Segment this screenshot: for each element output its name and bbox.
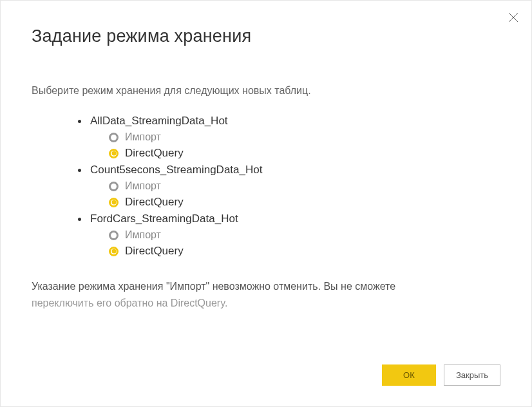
radio-selected-icon xyxy=(109,149,119,158)
option-label: Импорт xyxy=(125,131,161,143)
table-list: AllData_StreamingData_Hot Импорт DirectQ… xyxy=(78,115,500,258)
table-header-row: AllData_StreamingData_Hot xyxy=(78,115,500,128)
option-import[interactable]: Импорт xyxy=(109,131,500,143)
option-label: DirectQuery xyxy=(125,196,184,209)
ok-button[interactable]: ОК xyxy=(382,364,436,386)
table-item: AllData_StreamingData_Hot Импорт DirectQ… xyxy=(78,115,500,160)
storage-mode-dialog: Задание режима хранения Выберите режим х… xyxy=(0,0,532,407)
radio-selected-icon xyxy=(109,198,119,207)
radio-unselected-icon xyxy=(109,182,119,191)
warning-text: Указание режима хранения "Импорт" невозм… xyxy=(32,278,500,311)
bullet-icon xyxy=(78,218,81,221)
table-name: Count5secons_StreamingData_Hot xyxy=(90,164,262,176)
close-button[interactable]: Закрыть xyxy=(444,364,500,386)
option-label: Импорт xyxy=(125,229,161,241)
bullet-icon xyxy=(78,120,81,123)
table-name: AllData_StreamingData_Hot xyxy=(90,115,228,128)
option-label: DirectQuery xyxy=(125,245,184,258)
radio-selected-icon xyxy=(109,247,119,256)
table-header-row: FordCars_StreamingData_Hot xyxy=(78,213,500,225)
option-directquery[interactable]: DirectQuery xyxy=(109,147,500,160)
bullet-icon xyxy=(78,169,81,172)
option-directquery[interactable]: DirectQuery xyxy=(109,196,500,209)
option-label: DirectQuery xyxy=(125,147,184,160)
table-item: FordCars_StreamingData_Hot Импорт Direct… xyxy=(78,213,500,258)
dialog-subtitle: Выберите режим хранения для следующих но… xyxy=(32,85,500,97)
option-import[interactable]: Импорт xyxy=(109,229,500,241)
warning-line2: переключить его обратно на DirectQuery. xyxy=(32,295,500,312)
close-icon[interactable] xyxy=(507,11,520,24)
dialog-title: Задание режима хранения xyxy=(32,26,500,46)
table-header-row: Count5secons_StreamingData_Hot xyxy=(78,164,500,176)
radio-unselected-icon xyxy=(109,231,119,240)
option-label: Импорт xyxy=(125,180,161,192)
option-directquery[interactable]: DirectQuery xyxy=(109,245,500,258)
table-item: Count5secons_StreamingData_Hot Импорт Di… xyxy=(78,164,500,209)
table-name: FordCars_StreamingData_Hot xyxy=(90,213,238,225)
button-bar: ОК Закрыть xyxy=(382,364,500,386)
warning-line1: Указание режима хранения "Импорт" невозм… xyxy=(32,278,500,295)
option-import[interactable]: Импорт xyxy=(109,180,500,192)
radio-unselected-icon xyxy=(109,133,119,142)
